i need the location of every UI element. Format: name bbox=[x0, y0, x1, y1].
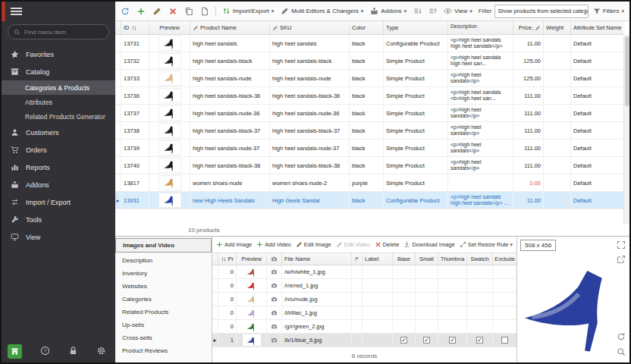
column-header-preview[interactable]: Preview bbox=[149, 21, 190, 34]
image-row[interactable]: 0 /l/i/lilac_1.jpg bbox=[212, 306, 516, 320]
product-row[interactable]: 13731 high heel sandals high heel sandal… bbox=[115, 35, 623, 52]
base-checkbox[interactable]: ✓ bbox=[400, 337, 407, 344]
image-row[interactable]: 0 /n/u/nude.jpg bbox=[212, 293, 516, 306]
delete-product-button[interactable] bbox=[166, 5, 180, 17]
grid-scrollbar-thumb[interactable] bbox=[625, 36, 629, 106]
product-row[interactable]: 13737 high heel sandals-nude-36 high hee… bbox=[115, 105, 623, 122]
expand-rows-button[interactable] bbox=[411, 5, 424, 17]
product-row[interactable]: 13817 women shoes-nude women shoes-nude-… bbox=[115, 174, 623, 192]
tab-images-and-video[interactable]: Images and Video bbox=[115, 238, 212, 253]
edit-product-button[interactable] bbox=[150, 5, 164, 17]
image-row[interactable]: 0 /r/e/red_1.jpg bbox=[212, 279, 516, 293]
menu-search-input[interactable] bbox=[24, 29, 103, 36]
image-row[interactable]: ▸ 1 /b/1/blue_6.jpg ✓ ✓ ✓ ✓ bbox=[212, 334, 516, 347]
column-header-file-name[interactable]: File Name bbox=[282, 253, 352, 265]
download-image-button[interactable]: Download Image bbox=[402, 240, 456, 249]
product-row[interactable]: 13739 high heel sandals-nude-37 high hee… bbox=[115, 140, 623, 157]
column-header-color[interactable]: Color bbox=[350, 21, 384, 34]
refresh-button[interactable] bbox=[118, 5, 132, 17]
price-cell: 111.00 bbox=[513, 87, 544, 104]
column-header-small[interactable]: Small bbox=[416, 253, 438, 265]
tab-websites[interactable]: Websites bbox=[115, 280, 212, 293]
grid-scrollbar[interactable] bbox=[623, 35, 629, 224]
column-header-product-name[interactable]: Product Name bbox=[190, 21, 270, 34]
image-row[interactable]: 0 /w/h/white_1.jpg bbox=[212, 265, 516, 279]
column-header-weight[interactable]: Weight bbox=[544, 21, 571, 34]
help-button[interactable] bbox=[40, 346, 50, 357]
tab-up-sells[interactable]: Up-sells bbox=[115, 318, 212, 331]
column-header-id[interactable]: ID bbox=[121, 21, 149, 34]
tab-description[interactable]: Description bbox=[115, 254, 212, 267]
column-header-thumbnail[interactable]: Thumbna bbox=[438, 253, 467, 265]
tab-product-reviews[interactable]: Product Reviews bbox=[115, 344, 212, 357]
product-row[interactable]: 13732 high heel sandals-black high heel … bbox=[115, 52, 623, 70]
zoom-button[interactable] bbox=[617, 347, 626, 358]
addons-menu[interactable]: Addons▾ bbox=[368, 5, 409, 17]
sidebar-item-orders[interactable]: Orders bbox=[2, 141, 115, 158]
set-resize-rule-button[interactable]: Set Resize Rule▾ bbox=[458, 240, 514, 249]
sidebar-item-reports[interactable]: Reports bbox=[2, 158, 115, 176]
add-video-button[interactable]: Add Video bbox=[255, 240, 292, 249]
column-header-swatch[interactable]: Swatch bbox=[467, 253, 493, 265]
sidebar-item-view[interactable]: View bbox=[2, 228, 115, 246]
image-row[interactable]: 0 /g/r/green_2.jpg bbox=[212, 320, 516, 334]
collapse-rows-button[interactable] bbox=[426, 5, 439, 17]
sidebar-item-attributes[interactable]: Attributes bbox=[2, 95, 115, 109]
column-header-preview[interactable]: Preview bbox=[237, 253, 267, 265]
tab-related-products[interactable]: Related Products bbox=[115, 306, 212, 318]
tab-categories[interactable]: Categories bbox=[115, 293, 212, 306]
sku-cell: high heel sandals-nude bbox=[270, 70, 350, 86]
sidebar-item-categories-products[interactable]: Categories & Products bbox=[2, 80, 115, 95]
swatch-checkbox[interactable]: ✓ bbox=[476, 337, 483, 344]
store-button[interactable] bbox=[8, 344, 22, 359]
hamburger-button[interactable] bbox=[2, 2, 115, 21]
filters-menu[interactable]: Filters▾ bbox=[591, 6, 626, 17]
column-header-exclude[interactable]: Exclude bbox=[493, 253, 516, 265]
column-header-label[interactable]: Label bbox=[363, 253, 393, 265]
edit-image-button[interactable]: Edit Image bbox=[294, 240, 333, 249]
add-product-button[interactable] bbox=[134, 5, 148, 17]
open-external-button[interactable] bbox=[617, 255, 626, 265]
copy-button[interactable] bbox=[182, 5, 196, 17]
product-row[interactable]: 13738 high heel sandals-black-37 high he… bbox=[115, 122, 623, 140]
paste-button[interactable] bbox=[198, 5, 212, 17]
import-export-menu[interactable]: Import/Export▾ bbox=[220, 5, 277, 17]
thumb-checkbox[interactable]: ✓ bbox=[449, 337, 456, 344]
column-header-attribute-set[interactable]: Attribute Set Name bbox=[571, 21, 623, 34]
sidebar-item-addons[interactable]: Addons bbox=[2, 176, 115, 193]
column-header-base[interactable]: Base bbox=[393, 253, 416, 265]
sidebar-item-import-export[interactable]: Import / Export bbox=[2, 193, 115, 211]
delete-image-button[interactable]: Delete bbox=[373, 240, 401, 249]
lock-button[interactable] bbox=[68, 346, 78, 357]
column-header-type[interactable]: Type bbox=[384, 21, 448, 34]
multi-editors-menu[interactable]: Multi Editors & Changers▾ bbox=[278, 5, 366, 17]
view-menu[interactable]: View▾ bbox=[441, 5, 475, 17]
sidebar-item-tools[interactable]: Tools bbox=[2, 211, 115, 228]
column-header-price[interactable]: Price, bbox=[513, 21, 544, 34]
product-row[interactable]: 13733 high heel sandals-nude high heel s… bbox=[115, 70, 623, 87]
sidebar-item-related-products-generator[interactable]: Related Products Generator bbox=[2, 109, 115, 124]
tab-cross-sells[interactable]: Cross-sells bbox=[115, 331, 212, 344]
column-header-sku[interactable]: SKU bbox=[270, 21, 350, 34]
sidebar-item-catalog[interactable]: Catalog bbox=[2, 63, 115, 80]
rotate-button[interactable] bbox=[617, 332, 626, 343]
settings-button[interactable] bbox=[96, 346, 106, 357]
tab-inventory[interactable]: Inventory bbox=[115, 267, 212, 280]
column-header-priority[interactable]: Pr bbox=[218, 253, 237, 265]
product-thumbnail bbox=[159, 175, 181, 190]
fullscreen-button[interactable] bbox=[617, 240, 626, 251]
add-image-button[interactable]: Add Image bbox=[215, 240, 253, 249]
small-checkbox[interactable]: ✓ bbox=[423, 337, 430, 344]
column-header-description[interactable]: Description bbox=[448, 21, 513, 34]
exclude-checkbox[interactable] bbox=[501, 337, 508, 344]
sidebar-item-customers[interactable]: Customers bbox=[2, 124, 115, 141]
small-cell bbox=[416, 279, 438, 292]
column-header-flag[interactable] bbox=[352, 253, 363, 265]
product-row[interactable]: 13740 high heel sandals-black-38 high he… bbox=[115, 157, 623, 174]
column-header-media-type[interactable] bbox=[267, 253, 282, 265]
edit-video-button[interactable]: Edit Video bbox=[334, 240, 372, 249]
sidebar-item-favorites[interactable]: Favorites bbox=[2, 46, 115, 63]
product-row[interactable]: 13736 high heel sandals-black-36 high he… bbox=[115, 87, 623, 105]
category-filter-select[interactable]: Show products from selected categories▾ bbox=[494, 5, 589, 18]
product-row[interactable]: ▸ 13931 new High Heels Sandals High Geel… bbox=[115, 192, 623, 209]
